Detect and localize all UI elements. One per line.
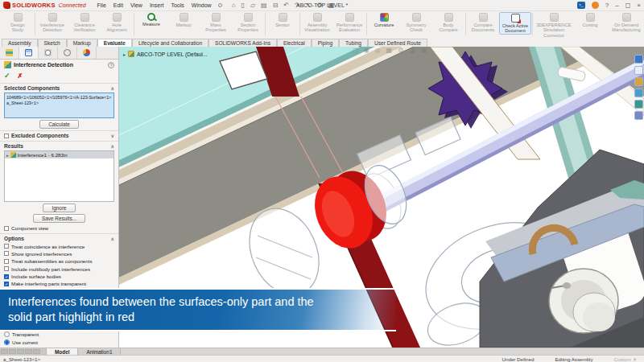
radio-use-current-row[interactable]: Use current <box>0 339 118 346</box>
component-view-row[interactable]: Component view <box>0 224 118 232</box>
3dexperience-search-icon[interactable]: >_ <box>577 2 585 9</box>
save-icon[interactable]: ▤ <box>261 2 267 9</box>
ribbon-symmetry-check[interactable]: Symmetry Check <box>400 12 432 33</box>
menu-window[interactable]: Window <box>192 2 212 8</box>
menu-view[interactable]: View <box>130 2 142 8</box>
heads-up-view-toolbar[interactable]: ◻ ◉ ◎ ▦ ⚙ ◪ ▣ <box>353 47 427 54</box>
tab-animation1[interactable]: Animation1 <box>78 348 121 355</box>
panel-help-icon[interactable]: ? <box>108 62 114 68</box>
option-row[interactable]: Treat subassemblies as components <box>0 257 118 265</box>
collapse-icon[interactable]: ∧ <box>111 143 114 149</box>
ok-button[interactable]: ✓ <box>4 72 10 80</box>
option-row[interactable]: Treat coincidence as interference <box>0 242 118 249</box>
redo-icon[interactable]: ↷ <box>295 2 300 9</box>
undo-icon[interactable]: ↶ <box>283 2 289 9</box>
3dexperience-resources-icon[interactable] <box>634 55 643 64</box>
ribbon-3dexperience-simulation[interactable]: 3DEXPERIENCE Simulation Connector <box>534 12 574 38</box>
print-icon[interactable]: ⊟ <box>273 2 279 9</box>
selected-components-list[interactable]: 104689<1>/106052<1>/105976<1>/A-123-Surf… <box>4 93 114 118</box>
collapse-icon[interactable]: ∧ <box>111 236 114 241</box>
custom-properties-icon[interactable] <box>634 111 643 120</box>
option-checkbox[interactable] <box>4 274 9 279</box>
ribbon-measure[interactable]: Measure <box>135 12 167 27</box>
options-header[interactable]: Options ∧ <box>0 233 118 242</box>
save-results-button[interactable]: Save Results... <box>33 214 85 223</box>
tab-tubing[interactable]: Tubing <box>339 39 368 47</box>
user-avatar[interactable] <box>592 2 599 9</box>
tab-configurations[interactable] <box>39 47 58 59</box>
flyout-tree-arrow-icon[interactable]: ▸ <box>123 51 126 57</box>
ribbon-check-active-document[interactable]: Check Active Document <box>499 12 531 35</box>
minimize-button[interactable]: – <box>615 2 618 10</box>
use-current-radio[interactable] <box>4 339 10 345</box>
menu-file[interactable]: File <box>97 2 106 8</box>
pin-menu-icon[interactable] <box>218 3 222 7</box>
expand-icon[interactable]: ∨ <box>111 133 114 138</box>
appearances-icon[interactable] <box>634 100 643 109</box>
results-header[interactable]: Results ∧ <box>0 141 118 150</box>
new-document-icon[interactable]: ▯ <box>242 2 245 9</box>
tab-electrical[interactable]: Electrical <box>277 39 312 47</box>
options-gear-icon[interactable]: ⚙ <box>316 2 322 9</box>
status-custom-dropdown[interactable]: Custom ▾ <box>614 356 636 362</box>
option-row[interactable]: Include multibody part interferences <box>0 265 118 273</box>
tab-sketch[interactable]: Sketch <box>38 39 67 47</box>
tab-feature-tree[interactable] <box>0 47 19 59</box>
breadcrumb[interactable]: ▸ ABCO-TOP LEVEL (Defaul... <box>123 51 208 57</box>
zoom-area-icon[interactable]: ◉ <box>364 47 369 54</box>
ribbon-on-demand-manufacturing[interactable]: On Demand Manufacturing <box>606 12 644 33</box>
open-icon[interactable]: ▱ <box>250 2 255 9</box>
ribbon-interference-detection[interactable]: Interference Detection <box>36 12 68 33</box>
design-library-icon[interactable] <box>634 66 643 75</box>
excluded-components-checkbox[interactable] <box>4 134 9 138</box>
ribbon-clearance-verification[interactable]: Clearance Verification <box>68 12 101 33</box>
option-checkbox[interactable] <box>4 244 9 249</box>
tab-model[interactable]: Model <box>47 348 78 355</box>
option-checkbox[interactable] <box>4 266 9 271</box>
restore-button[interactable]: ◻ <box>625 2 631 10</box>
ribbon-mass-properties[interactable]: Mass Properties <box>200 12 232 33</box>
cancel-button[interactable]: ✗ <box>18 72 23 80</box>
menu-tools[interactable]: Tools <box>171 2 184 8</box>
ignore-button[interactable]: Ignore <box>43 204 75 212</box>
task-pane-strip[interactable] <box>634 55 643 120</box>
tab-display-manager[interactable] <box>77 47 97 59</box>
select-icon[interactable]: ↖ <box>306 2 312 9</box>
ribbon-costing[interactable]: Costing <box>574 12 606 27</box>
tab-solidworks-addins[interactable]: SOLIDWORKS Add-Ins <box>208 39 277 47</box>
ribbon-compare-documents[interactable]: Compare Documents <box>467 12 499 33</box>
view-palette-icon[interactable] <box>634 88 643 97</box>
option-checkbox[interactable] <box>4 259 9 264</box>
ribbon-hole-alignment[interactable]: Hole Alignment <box>101 12 133 33</box>
selected-components-header[interactable]: Selected Components ∧ <box>0 83 118 92</box>
tab-dimxpert[interactable] <box>58 47 77 59</box>
calculate-button[interactable]: Calculate <box>39 120 79 129</box>
tab-lifecycle-collaboration[interactable]: Lifecycle and Collaboration <box>132 39 208 47</box>
collapse-icon[interactable]: ∧ <box>111 85 114 91</box>
ribbon-assembly-visualization[interactable]: Assembly Visualization <box>301 12 333 33</box>
option-checkbox[interactable] <box>4 282 9 286</box>
zoom-fit-icon[interactable]: ◻ <box>353 47 358 54</box>
display-style-icon[interactable]: ▦ <box>386 47 393 54</box>
home-icon[interactable]: ⌂ <box>232 2 236 9</box>
tab-piping[interactable]: Piping <box>312 39 339 47</box>
ribbon-design-study[interactable]: Design Study <box>2 12 34 33</box>
display-settings-icon[interactable]: ▦ <box>328 2 335 9</box>
close-button[interactable]: × <box>637 2 641 10</box>
option-row[interactable]: Make interfering parts transparent <box>0 280 118 287</box>
tab-property-manager[interactable] <box>19 47 39 59</box>
option-row[interactable]: Show ignored interferences <box>0 250 118 257</box>
tab-scroll-buttons[interactable] <box>0 348 47 355</box>
result-row-interference1[interactable]: ▸ Interference1 - 6.283in <box>5 151 114 158</box>
file-explorer-icon[interactable] <box>634 77 643 86</box>
transparent-radio[interactable] <box>4 331 10 337</box>
view-orientation-icon[interactable]: ◎ <box>375 47 381 54</box>
tab-user-defined-route[interactable]: User Defined Route <box>368 39 427 47</box>
menu-edit[interactable]: Edit <box>114 2 123 8</box>
ribbon-performance-evaluation[interactable]: Performance Evaluation <box>333 12 365 33</box>
radio-transparent-row[interactable]: Transparent <box>0 331 118 338</box>
ribbon-section-properties[interactable]: Section Properties <box>232 12 264 33</box>
view-settings-icon[interactable]: ▣ <box>421 47 427 54</box>
ribbon-curvature[interactable]: Curvature <box>368 12 400 27</box>
hide-show-icon[interactable]: ⚙ <box>398 47 403 54</box>
